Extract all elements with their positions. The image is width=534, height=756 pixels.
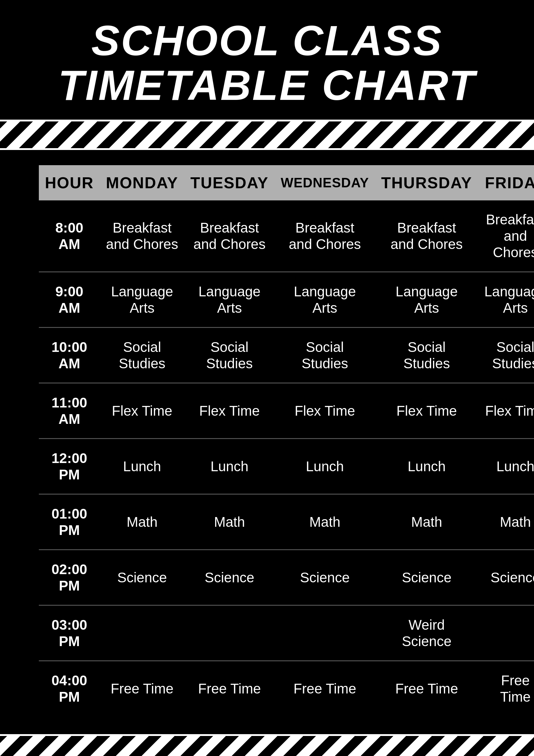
cell-7-friday [478,606,534,661]
col-header-friday: FRIDAY [478,165,534,201]
table-row: 8:00AMBreakfastand ChoresBreakfastand Ch… [39,201,534,272]
table-row: 02:00PMScienceScienceScienceScienceScien… [39,550,534,606]
col-header-monday: MONDAY [100,165,184,201]
cell-0-hour: 8:00AM [39,201,100,272]
table-row: 12:00PMLunchLunchLunchLunchLunch [39,439,534,494]
cell-8-friday: Free Time [478,661,534,716]
cell-1-monday: LanguageArts [100,272,184,328]
cell-0-thursday: Breakfastand Chores [375,201,478,272]
cell-4-tuesday: Lunch [184,439,275,494]
cell-4-hour: 12:00PM [39,439,100,494]
table-row: 04:00PMFree TimeFree TimeFree TimeFree T… [39,661,534,716]
cell-3-hour: 11:00AM [39,383,100,439]
cell-3-friday: Flex Time [478,383,534,439]
cell-5-wednesday: Math [275,494,375,550]
col-header-thursday: THURSDAY [375,165,478,201]
cell-5-monday: Math [100,494,184,550]
cell-5-hour: 01:00PM [39,494,100,550]
cell-3-tuesday: Flex Time [184,383,275,439]
title-line1: SCHOOL CLASS [58,18,476,63]
table-row: 10:00AMSocialStudiesSocialStudiesSocialS… [39,328,534,383]
cell-3-wednesday: Flex Time [275,383,375,439]
cell-7-wednesday [275,606,375,661]
cell-1-friday: LanguageArts [478,272,534,328]
table-container: HOUR MONDAY TUESDAY WEDNESDAY THURSDAY F… [27,165,507,734]
cell-2-friday: SocialStudies [478,328,534,383]
table-row: 11:00AMFlex TimeFlex TimeFlex TimeFlex T… [39,383,534,439]
cell-8-monday: Free Time [100,661,184,716]
cell-4-friday: Lunch [478,439,534,494]
timetable: HOUR MONDAY TUESDAY WEDNESDAY THURSDAY F… [39,165,534,716]
table-row: 01:00PMMathMathMathMathMath [39,494,534,550]
cell-3-monday: Flex Time [100,383,184,439]
cell-2-tuesday: SocialStudies [184,328,275,383]
cell-6-wednesday: Science [275,550,375,606]
cell-7-thursday: WeirdScience [375,606,478,661]
cell-1-hour: 9:00AM [39,272,100,328]
cell-6-hour: 02:00PM [39,550,100,606]
cell-6-tuesday: Science [184,550,275,606]
cell-5-tuesday: Math [184,494,275,550]
cell-4-thursday: Lunch [375,439,478,494]
cell-5-thursday: Math [375,494,478,550]
cell-0-friday: Breakfastand Chores [478,201,534,272]
bottom-stripe-banner [0,734,534,756]
col-header-wednesday: WEDNESDAY [275,165,375,201]
cell-2-hour: 10:00AM [39,328,100,383]
page: SCHOOL CLASS TIMETABLE CHART HOUR MONDAY… [0,0,534,756]
cell-7-tuesday [184,606,275,661]
cell-8-tuesday: Free Time [184,661,275,716]
cell-2-monday: SocialStudies [100,328,184,383]
cell-4-monday: Lunch [100,439,184,494]
cell-8-wednesday: Free Time [275,661,375,716]
table-row: 9:00AMLanguageArtsLanguageArtsLanguageAr… [39,272,534,328]
cell-7-monday [100,606,184,661]
cell-7-hour: 03:00PM [39,606,100,661]
cell-0-monday: Breakfastand Chores [100,201,184,272]
cell-1-thursday: LanguageArts [375,272,478,328]
cell-6-thursday: Science [375,550,478,606]
cell-6-monday: Science [100,550,184,606]
cell-8-thursday: Free Time [375,661,478,716]
col-header-hour: HOUR [39,165,100,201]
cell-4-wednesday: Lunch [275,439,375,494]
table-header-row: HOUR MONDAY TUESDAY WEDNESDAY THURSDAY F… [39,165,534,201]
cell-1-tuesday: LanguageArts [184,272,275,328]
title-section: SCHOOL CLASS TIMETABLE CHART [46,0,488,114]
cell-3-thursday: Flex Time [375,383,478,439]
cell-8-hour: 04:00PM [39,661,100,716]
cell-2-thursday: SocialStudies [375,328,478,383]
cell-5-friday: Math [478,494,534,550]
cell-2-wednesday: SocialStudies [275,328,375,383]
cell-0-tuesday: Breakfastand Chores [184,201,275,272]
title-line2: TIMETABLE CHART [58,63,476,107]
cell-0-wednesday: Breakfastand Chores [275,201,375,272]
col-header-tuesday: TUESDAY [184,165,275,201]
main-title: SCHOOL CLASS TIMETABLE CHART [58,18,476,107]
cell-1-wednesday: LanguageArts [275,272,375,328]
top-stripe-banner [0,120,534,150]
cell-6-friday: Science [478,550,534,606]
table-row: 03:00PMWeirdScience [39,606,534,661]
